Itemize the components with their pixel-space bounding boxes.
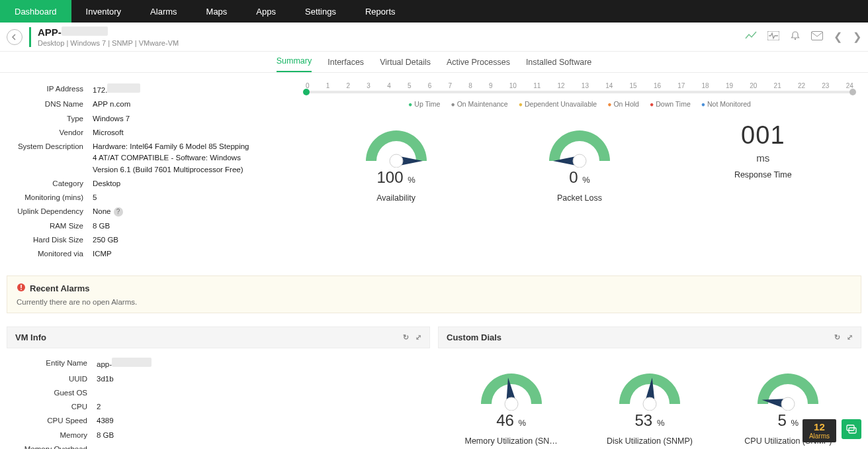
recent-alarms-title: Recent Alarms (30, 283, 90, 293)
gauge-value: 001 (710, 121, 816, 150)
svg-rect-2 (812, 32, 823, 40)
prop-value: 8 GB (93, 221, 278, 232)
svg-rect-8 (21, 285, 22, 288)
timeline-tick: 20 (750, 82, 757, 89)
vm-prop-label: UUID (11, 374, 97, 385)
status-bar (29, 27, 31, 47)
prop-label: RAM Size (7, 221, 93, 232)
prop-label: Monitoring (mins) (7, 192, 93, 203)
vm-info-title: VM Info (15, 332, 46, 342)
gauge-label: Packet Loss (527, 193, 632, 203)
prop-value: Desktop (93, 178, 278, 189)
timeline-tick: 10 (509, 82, 517, 89)
nav-apps[interactable]: Apps (241, 0, 290, 23)
prop-value: 250 GB (93, 234, 278, 246)
timeline-tick: 7 (448, 82, 452, 89)
top-nav: Dashboard Inventory Alarms Maps Apps Set… (0, 0, 868, 23)
prev-icon[interactable]: ❮ (834, 30, 842, 43)
svg-rect-9 (21, 289, 22, 290)
timeline-tick: 2 (347, 82, 351, 89)
timeline-tick: 11 (533, 82, 541, 89)
expand-icon[interactable]: ⤢ (415, 333, 421, 342)
nav-maps[interactable]: Maps (192, 0, 242, 23)
svg-point-1 (795, 38, 796, 40)
timeline-tick: 1 (326, 82, 330, 89)
vm-prop-label: Entity Name (11, 358, 97, 370)
prop-label: Category (7, 178, 93, 189)
back-button[interactable] (7, 29, 22, 45)
timeline-tick: 22 (798, 82, 805, 89)
device-title: APP- (38, 26, 179, 38)
timeline-tick: 6 (428, 82, 432, 89)
nav-inventory[interactable]: Inventory (71, 0, 136, 23)
timeline-start-dot (303, 89, 310, 95)
nav-reports[interactable]: Reports (351, 0, 410, 23)
vm-info-panel: VM Info ↻ ⤢ Entity Name app-UUID 3d1bGue… (7, 326, 430, 449)
refresh-icon[interactable]: ↻ (834, 333, 840, 342)
timeline-end-dot[interactable] (849, 89, 856, 95)
tab-summary[interactable]: Summary (277, 56, 312, 72)
svg-point-13 (643, 397, 656, 411)
custom-dials-panel: Custom Dials ↻ ⤢ 46 % Memory Utilization… (438, 326, 861, 449)
vm-prop-value: 8 GB (97, 430, 426, 441)
alarms-badge[interactable]: 12 Alarms (803, 419, 836, 443)
mail-icon[interactable] (811, 31, 823, 42)
vm-prop-label: CPU (11, 401, 97, 413)
legend-dependent: Dependent Unavailable (519, 100, 597, 108)
gauge-value: 0 % (527, 168, 632, 187)
gauge-label: Availability (343, 193, 449, 203)
legend-maintenance: On Maintenance (451, 100, 507, 108)
vm-prop-value (97, 387, 426, 399)
dial-gauge: 46 % Memory Utilization (SN… (458, 364, 564, 446)
vm-prop-label: Memory Overhead (11, 444, 97, 449)
gauge-unit: ms (710, 152, 816, 164)
device-header: APP- Desktop | Windows 7 | SNMP | VMware… (0, 23, 868, 52)
nav-settings[interactable]: Settings (290, 0, 351, 23)
line-chart-icon[interactable] (745, 31, 757, 42)
timeline-tick: 19 (726, 82, 733, 89)
vm-prop-value: app- (97, 358, 426, 370)
vm-prop-value: 4389 (97, 415, 426, 426)
prop-value: Windows 7 (93, 113, 278, 125)
vm-prop-label: Memory (11, 430, 97, 441)
timeline-tick: 14 (605, 82, 613, 89)
tab-active-processes[interactable]: Active Processes (447, 58, 510, 72)
svg-point-6 (573, 154, 586, 168)
vm-prop-label: CPU Speed (11, 415, 97, 426)
dial-gauge: 53 % Disk Utilization (SNMP) (597, 364, 703, 446)
bell-icon[interactable] (790, 30, 801, 43)
timeline-tick: 23 (822, 82, 829, 89)
prop-value: 5 (93, 192, 278, 203)
bottom-badges: 12 Alarms (803, 419, 861, 443)
header-toolbar: ❮ ❯ (745, 30, 861, 43)
refresh-icon[interactable]: ↻ (403, 333, 409, 342)
timeline-legend: Up Time On Maintenance Dependent Unavail… (304, 100, 855, 108)
expand-icon[interactable]: ⤢ (847, 333, 853, 342)
tab-installed-software[interactable]: Installed Software (526, 58, 591, 72)
prop-label: DNS Name (7, 99, 93, 110)
timeline-tick: 17 (677, 82, 685, 89)
gauge-value: 46 % (458, 411, 564, 430)
recent-alarms-body: Currently there are no open Alarms. (17, 298, 851, 306)
gauge-label: Memory Utilization (SN… (458, 436, 564, 446)
prop-label: Vendor (7, 127, 93, 138)
timeline-tick: 8 (468, 82, 472, 89)
svg-point-11 (505, 397, 518, 411)
timeline-tick: 4 (387, 82, 391, 89)
tab-interfaces[interactable]: Interfaces (327, 58, 364, 72)
chat-badge[interactable] (842, 419, 861, 439)
prop-label: Uplink Dependency (7, 206, 93, 217)
timeline-tick: 21 (774, 82, 781, 89)
nav-alarms[interactable]: Alarms (136, 0, 191, 23)
pulse-icon[interactable] (767, 31, 779, 42)
custom-dials-title: Custom Dials (447, 332, 501, 342)
tab-virtual-details[interactable]: Virtual Details (380, 58, 431, 72)
gauge-value: 100 % (343, 168, 449, 187)
help-icon[interactable]: ? (114, 207, 123, 217)
prop-label: Hard Disk Size (7, 234, 93, 246)
nav-dashboard[interactable]: Dashboard (0, 0, 71, 23)
next-icon[interactable]: ❯ (853, 30, 861, 43)
recent-alarms-panel: Recent Alarms Currently there are no ope… (7, 275, 861, 313)
prop-value: APP n.com (93, 99, 278, 110)
prop-value: Hardware: Intel64 Family 6 Model 85 Step… (93, 141, 251, 175)
